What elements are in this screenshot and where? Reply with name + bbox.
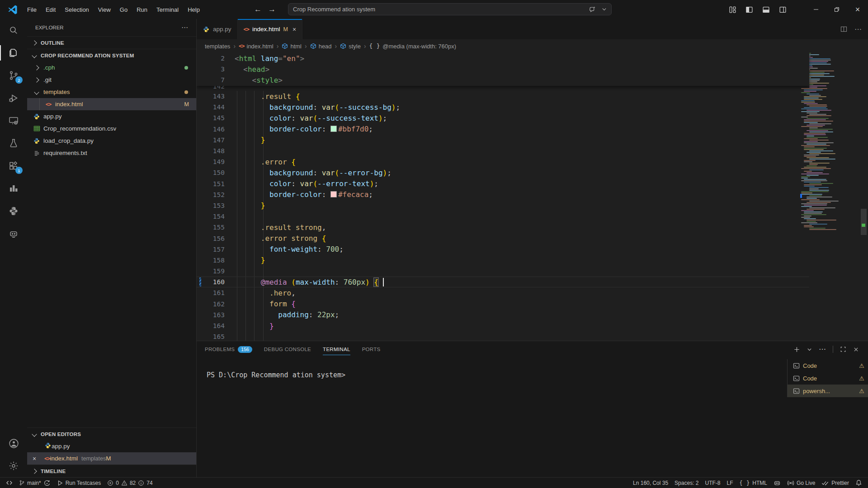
status-cursor-position[interactable]: Ln 160, Col 35 bbox=[630, 478, 671, 488]
code-line-150[interactable]: 150 background: var(--error-bg); bbox=[197, 167, 809, 178]
close-window-button[interactable]: × bbox=[847, 0, 868, 19]
terminal-instance-2[interactable]: Code⚠ bbox=[788, 372, 868, 385]
chevron-down-icon[interactable] bbox=[602, 7, 607, 12]
editor-more-icon[interactable]: ⋯ bbox=[854, 25, 862, 33]
activity-account[interactable] bbox=[0, 432, 27, 455]
panel-tab-ports[interactable]: PORTS bbox=[362, 341, 381, 357]
close-editor-icon[interactable]: × bbox=[33, 455, 44, 462]
code-line-142[interactable]: 142 bbox=[197, 86, 809, 91]
tree-item-load_crop_data.py[interactable]: load_crop_data.py bbox=[27, 135, 196, 147]
activity-run-debug[interactable] bbox=[0, 87, 27, 109]
breadcrumb-2[interactable]: <>index.html bbox=[239, 43, 274, 50]
close-panel-icon[interactable] bbox=[853, 347, 859, 352]
new-terminal-icon[interactable] bbox=[793, 346, 800, 353]
activity-settings[interactable] bbox=[0, 455, 27, 477]
code-line-147[interactable]: 147 } bbox=[197, 135, 809, 145]
tree-item-app.py[interactable]: app.py bbox=[27, 110, 196, 122]
section-workspace[interactable]: CROP RECOMMEND ATION SYSTEM bbox=[27, 49, 196, 61]
menu-help[interactable]: Help bbox=[183, 4, 204, 15]
tree-item-requirements.txt[interactable]: requirements.txt bbox=[27, 147, 196, 159]
breadcrumb-3[interactable]: html bbox=[282, 43, 302, 50]
menu-view[interactable]: View bbox=[94, 4, 115, 15]
status-notifications[interactable] bbox=[852, 478, 865, 488]
status-indentation[interactable]: Spaces: 2 bbox=[671, 478, 702, 488]
section-outline[interactable]: OUTLINE bbox=[27, 36, 196, 49]
views-more-icon[interactable]: ⋯ bbox=[181, 23, 188, 32]
status-eol[interactable]: LF bbox=[723, 478, 736, 488]
code-line-163[interactable]: 163 padding: 22px; bbox=[197, 310, 809, 320]
menu-terminal[interactable]: Terminal bbox=[152, 4, 183, 15]
code-line-165[interactable]: 165 bbox=[197, 331, 809, 341]
code-line-145[interactable]: 145 color: var(--success-text); bbox=[197, 113, 809, 123]
copilot-icon[interactable] bbox=[589, 5, 596, 13]
code-line-160[interactable]: 160 @media (max-width: 760px) { bbox=[197, 277, 809, 287]
tab-index.html[interactable]: <>index.htmlM× bbox=[238, 19, 303, 39]
tree-item-.cph[interactable]: .cph bbox=[27, 61, 196, 74]
back-button[interactable]: ← bbox=[254, 5, 262, 14]
section-open-editors[interactable]: OPEN EDITORS bbox=[27, 427, 196, 440]
code-line-153[interactable]: 153 } bbox=[197, 200, 809, 211]
command-center-search[interactable]: Crop Recommend ation system bbox=[288, 3, 612, 15]
section-timeline[interactable]: TIMELINE bbox=[27, 465, 196, 477]
activity-robot[interactable] bbox=[0, 222, 27, 245]
code-line-157[interactable]: 157 font-weight: 700; bbox=[197, 244, 809, 255]
activity-chart[interactable] bbox=[0, 177, 27, 200]
tab-app.py[interactable]: app.py bbox=[197, 19, 238, 39]
code-line-149[interactable]: 149 .error { bbox=[197, 156, 809, 167]
activity-explorer[interactable] bbox=[0, 42, 27, 64]
activity-source-control[interactable]: 2 bbox=[0, 64, 27, 87]
menu-selection[interactable]: Selection bbox=[60, 4, 93, 15]
customize-layout-button[interactable] bbox=[729, 6, 736, 14]
code-line-159[interactable]: 159 bbox=[197, 266, 809, 277]
code-line-144[interactable]: 144 background: var(--success-bg); bbox=[197, 102, 809, 113]
editor-scrollbar[interactable] bbox=[861, 209, 867, 235]
minimize-button[interactable] bbox=[806, 0, 826, 19]
menu-go[interactable]: Go bbox=[115, 4, 132, 15]
code-line-152[interactable]: 152 border-color: #fecaca; bbox=[197, 189, 809, 200]
code-line-151[interactable]: 151 color: var(--error-text); bbox=[197, 178, 809, 189]
code-line-158[interactable]: 158 } bbox=[197, 255, 809, 266]
breadcrumb-4[interactable]: head bbox=[310, 43, 332, 50]
tree-item-templates[interactable]: templates bbox=[27, 86, 196, 98]
tab-close-icon[interactable]: × bbox=[292, 26, 296, 33]
menu-run[interactable]: Run bbox=[132, 4, 152, 15]
run-testcases-button[interactable]: Run Testcases bbox=[54, 478, 104, 488]
panel-tab-debug-console[interactable]: DEBUG CONSOLE bbox=[264, 341, 311, 357]
code-line-164[interactable]: 164 } bbox=[197, 320, 809, 331]
tree-item-.git[interactable]: .git bbox=[27, 74, 196, 86]
git-branch[interactable]: main* bbox=[16, 478, 54, 488]
terminal-instance-1[interactable]: Code⚠ bbox=[788, 359, 868, 372]
code-line-162[interactable]: 162 form { bbox=[197, 299, 809, 310]
code-line-143[interactable]: 143 .result { bbox=[197, 91, 809, 102]
activity-testing[interactable] bbox=[0, 132, 27, 155]
toggle-panel-button[interactable] bbox=[762, 6, 770, 14]
restore-button[interactable] bbox=[826, 0, 847, 19]
tree-item-Crop_recommendation.csv[interactable]: Crop_recommendation.csv bbox=[27, 122, 196, 135]
terminal-instance-3[interactable]: powersh...⚠ bbox=[788, 385, 868, 397]
terminal-profile-dropdown-icon[interactable] bbox=[807, 347, 812, 352]
status-encoding[interactable]: UTF-8 bbox=[702, 478, 723, 488]
code-line-154[interactable]: 154 bbox=[197, 211, 809, 222]
breadcrumb-6[interactable]: { }@media (max-width: 760px) bbox=[369, 43, 456, 50]
menu-edit[interactable]: Edit bbox=[41, 4, 60, 15]
code-line-2[interactable]: 2<html lang="en"> bbox=[197, 53, 809, 64]
code-editor[interactable]: 2<html lang="en">3 <head>7 <style> 142 1… bbox=[197, 53, 868, 341]
maximize-panel-icon[interactable] bbox=[840, 346, 846, 352]
toggle-primary-sidebar-button[interactable] bbox=[745, 6, 753, 14]
code-line-148[interactable]: 148 bbox=[197, 145, 809, 156]
code-line-7[interactable]: 7 <style> bbox=[197, 75, 809, 85]
open-editor-app.py[interactable]: app.py bbox=[27, 440, 196, 452]
activity-python[interactable] bbox=[0, 200, 27, 222]
code-line-155[interactable]: 155 .result strong, bbox=[197, 222, 809, 233]
code-line-146[interactable]: 146 border-color: #bbf7d0; bbox=[197, 124, 809, 135]
panel-tab-problems[interactable]: PROBLEMS156 bbox=[205, 341, 252, 357]
terminal-prompt[interactable]: PS D:\Crop Recommend ation system> bbox=[207, 371, 345, 379]
activity-remote-explorer[interactable] bbox=[0, 109, 27, 132]
code-line-156[interactable]: 156 .error strong { bbox=[197, 233, 809, 244]
remote-indicator[interactable] bbox=[3, 478, 16, 488]
status-language-mode[interactable]: { }HTML bbox=[736, 478, 770, 488]
activity-extensions[interactable]: 1 bbox=[0, 155, 27, 177]
panel-tab-terminal[interactable]: TERMINAL bbox=[323, 341, 350, 357]
open-editor-index.html[interactable]: ×<>index.htmltemplatesM bbox=[27, 452, 196, 465]
breadcrumb-5[interactable]: style bbox=[340, 43, 361, 50]
